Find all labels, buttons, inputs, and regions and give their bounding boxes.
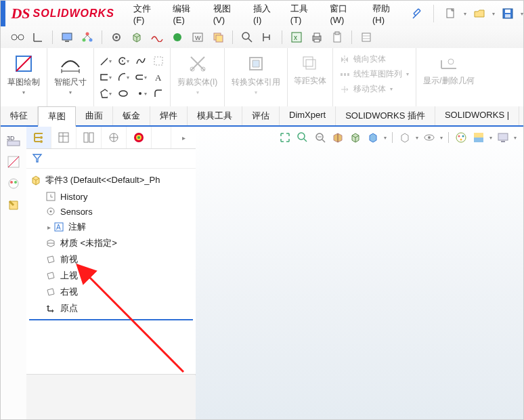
save-icon[interactable] [502,7,514,20]
excel-icon[interactable]: x [289,30,304,45]
cube-icon[interactable] [129,30,144,45]
prev-view-icon[interactable] [313,131,327,144]
smart-dimension-group[interactable]: 智能尺寸 ▾ [47,48,94,106]
panel-dropdown-icon[interactable]: ▸ [171,127,196,148]
convert-group[interactable]: 转换实体引用 ▾ [225,48,288,106]
mirror-entities[interactable]: 镜向实体 [340,54,409,65]
view-3d-icon[interactable]: 3D [5,132,22,148]
stack-icon[interactable] [211,30,225,45]
trim-dropdown-icon[interactable]: ▾ [196,89,199,96]
offset-group[interactable]: 等距实体 [288,48,333,106]
tab-surface[interactable]: 曲面 [76,106,113,125]
zoom-area-icon[interactable] [296,131,309,144]
display-style-icon[interactable] [366,131,380,144]
display-style-dropdown-icon[interactable]: ▾ [384,135,387,141]
menu-file[interactable]: 文件(F) [127,0,167,30]
search-icon[interactable] [240,30,255,45]
edit-scene-icon[interactable] [472,131,485,144]
new-document-icon[interactable] [445,7,457,20]
linear-pattern[interactable]: 线性草图阵列 ▾ [340,68,409,80]
tree-sensors[interactable]: Sensors [29,204,193,219]
new-dropdown-icon[interactable]: ▾ [464,11,466,17]
text-tool-icon[interactable]: A [152,71,165,83]
slot-tool-icon[interactable] [135,71,147,83]
open-document-icon[interactable] [473,7,485,20]
screen-icon[interactable] [60,30,74,45]
tab-dimxpert[interactable]: DimXpert [280,106,336,125]
tab-weldment[interactable]: 焊件 [150,106,188,125]
tree-history[interactable]: History [29,189,193,204]
graphics-viewport[interactable]: ▾ ▾ ▾ ▾ ▾ [196,127,523,419]
tree-top-plane[interactable]: 上视 [29,268,193,284]
caliper-icon[interactable] [260,30,275,45]
menu-tools[interactable]: 工具(T) [284,0,324,30]
show-hide-group[interactable]: 显示/删除几何 [416,48,481,106]
scene-dropdown-icon[interactable]: ▾ [440,135,443,141]
tab-sw-extra[interactable]: SOLIDWORKS | [435,106,519,125]
tree-front-plane[interactable]: 前视 [29,251,193,268]
tab-feature[interactable]: 特征 [1,106,38,125]
view-orient-icon[interactable] [349,131,362,144]
spline-tool-icon[interactable] [135,55,147,67]
filter-icon[interactable] [32,152,43,165]
fillet-tool-icon[interactable] [152,87,165,100]
menu-help[interactable]: 帮助(H) [366,0,406,30]
tree-annotations[interactable]: ▸ A 注解 [29,219,193,235]
pin-icon[interactable] [412,8,422,19]
tab-sketch[interactable]: 草图 [38,106,76,127]
open-dropdown-icon[interactable]: ▾ [492,11,495,17]
sketch-draw-group[interactable]: 草图绘制 ▾ [1,48,47,106]
property-tab-icon[interactable] [51,127,77,148]
rect-dashed-icon[interactable] [152,55,165,67]
section-view-icon[interactable] [331,131,345,144]
viewport-settings-icon[interactable] [496,131,510,144]
appearance-icon[interactable] [5,175,22,192]
polygon-tool-icon[interactable] [100,87,112,100]
annotations-caret-icon[interactable]: ▸ [45,224,52,231]
tree-origin[interactable]: 原点 [29,300,193,316]
scene-icon[interactable] [422,131,436,144]
trim-group[interactable]: 剪裁实体(I) ▾ [171,48,225,106]
clipboard-icon[interactable] [330,30,345,45]
tab-sw-addins[interactable]: SOLIDWORKS 插件 [336,106,435,125]
hide-show-icon[interactable] [398,131,412,144]
convert-dropdown-icon[interactable]: ▾ [255,89,257,96]
sketch-draw-dropdown-icon[interactable]: ▾ [22,89,25,96]
text-frame-icon[interactable]: W [190,30,205,45]
glasses-icon[interactable] [10,30,25,45]
linear-pattern-dropdown-icon[interactable]: ▾ [406,71,409,77]
green-dot-icon[interactable] [170,30,185,45]
edit-scene-dropdown-icon[interactable]: ▾ [489,135,492,141]
network-icon[interactable] [80,30,95,45]
feature-tree-tab-icon[interactable] [26,127,51,148]
angle-icon[interactable] [30,30,45,45]
decal-icon[interactable] [5,197,22,213]
tab-mold[interactable]: 模具工具 [188,106,242,125]
move-entities[interactable]: 移动实体 ▾ [340,83,409,95]
config-tab-icon[interactable] [77,127,102,148]
tree-right-plane[interactable]: 右视 [29,284,193,300]
tree-root-part[interactable]: 零件3 (Default<<Default>_Ph [29,171,193,189]
wave-icon[interactable] [150,30,165,45]
smart-dim-dropdown-icon[interactable]: ▾ [69,89,72,96]
sheet-icon[interactable] [359,30,374,45]
viewport-settings-dropdown-icon[interactable]: ▾ [514,135,517,141]
ellipse-tool-icon[interactable] [117,87,129,100]
tab-evaluate[interactable]: 评估 [242,106,280,125]
line-tool-icon[interactable] [100,55,112,67]
appearances-icon[interactable] [454,131,468,144]
move-dropdown-icon[interactable]: ▾ [390,86,393,92]
save-dropdown-icon[interactable]: ▾ [521,11,523,17]
point-tool-icon[interactable] [135,87,147,100]
tab-sheetmetal[interactable]: 钣金 [113,106,150,125]
arc-tool-icon[interactable] [117,71,129,83]
dimxpert-tab-icon[interactable] [102,127,127,148]
hide-show-dropdown-icon[interactable]: ▾ [416,135,418,141]
menu-insert[interactable]: 插入(I) [246,0,284,30]
gear-icon[interactable] [109,30,124,45]
menu-view[interactable]: 视图(V) [206,0,246,30]
menu-edit[interactable]: 编辑(E) [166,0,206,30]
render-tab-icon[interactable] [127,127,152,148]
print-icon[interactable] [309,30,324,45]
menu-window[interactable]: 窗口(W) [323,0,366,30]
